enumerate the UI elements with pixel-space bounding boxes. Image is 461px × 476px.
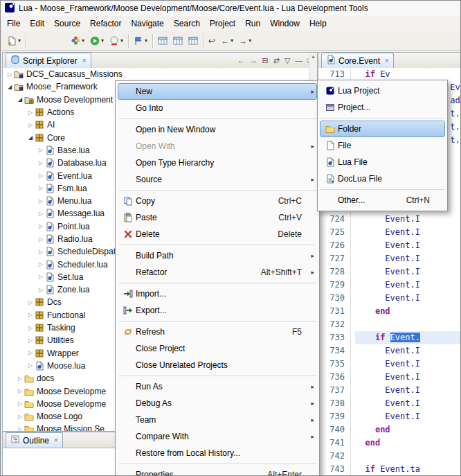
- link-with-editor-button[interactable]: ⇄: [273, 57, 280, 64]
- expander-collapsed-icon[interactable]: ▷: [37, 160, 45, 166]
- minimize-button[interactable]: —: [295, 57, 302, 64]
- expander-collapsed-icon[interactable]: ▷: [37, 249, 45, 255]
- context-menu-item-copy[interactable]: CopyCtrl+C: [118, 193, 317, 209]
- context-menu-item-compare-with[interactable]: Compare With▸: [118, 428, 317, 445]
- expander-collapsed-icon[interactable]: ▷: [26, 109, 35, 116]
- expander-collapsed-icon[interactable]: ▷: [16, 376, 24, 382]
- tab-core-event[interactable]: Core.Event ×: [321, 53, 394, 68]
- view-table-button-1[interactable]: [155, 34, 170, 48]
- expander-collapsed-icon[interactable]: ▷: [37, 287, 45, 293]
- context-menu-item-delete[interactable]: DeleteDelete: [118, 226, 317, 243]
- expander-collapsed-icon[interactable]: ▷: [37, 211, 45, 217]
- context-menu-item-open-type-hierarchy[interactable]: Open Type Hierarchy: [118, 155, 317, 171]
- context-menu-item-new[interactable]: New▸: [118, 83, 317, 100]
- expander-collapsed-icon[interactable]: ▷: [26, 337, 35, 344]
- expander-collapsed-icon[interactable]: ▷: [26, 350, 35, 356]
- dropdown-arrow-icon[interactable]: ▾: [101, 37, 104, 44]
- expander-collapsed-icon[interactable]: ▷: [26, 312, 35, 318]
- code-line-725[interactable]: 725 Event.I: [318, 226, 461, 239]
- run-button[interactable]: ▾: [87, 34, 107, 48]
- expander-collapsed-icon[interactable]: ▷: [16, 400, 24, 407]
- dropdown-arrow-icon[interactable]: ▾: [120, 37, 123, 44]
- dropdown-arrow-icon[interactable]: ▾: [18, 37, 21, 44]
- code-line-737[interactable]: 737 Event.I: [318, 384, 461, 397]
- expander-collapsed-icon[interactable]: ▷: [26, 299, 35, 306]
- code-line-732[interactable]: 732: [318, 318, 461, 331]
- code-line-731[interactable]: 731 end: [318, 305, 461, 318]
- context-menu-item-build-path[interactable]: Build Path▸: [118, 247, 317, 264]
- code-line-733[interactable]: 733 if Event.: [318, 331, 461, 344]
- tab-outline[interactable]: Outline ×: [6, 432, 63, 448]
- run-last-tool-button[interactable]: ▾: [131, 34, 150, 48]
- menu-edit[interactable]: Edit: [25, 17, 49, 30]
- expander-collapsed-icon[interactable]: ▷: [37, 185, 45, 191]
- debug-button[interactable]: ▾: [69, 34, 87, 47]
- context-menu-item-open-in-new-window[interactable]: Open in New Window: [118, 121, 317, 138]
- coverage-button[interactable]: ▾: [107, 34, 126, 48]
- context-menu-item-restore-from-local-history[interactable]: Restore from Local History...: [118, 445, 317, 461]
- menu-run[interactable]: Run: [240, 17, 265, 30]
- expander-expanded-icon[interactable]: ◢: [6, 84, 14, 90]
- expander-collapsed-icon[interactable]: ▷: [26, 325, 35, 331]
- menu-navigate[interactable]: Navigate: [126, 17, 168, 30]
- scroll-up-icon[interactable]: ▲: [309, 53, 317, 60]
- last-edit-location-button[interactable]: ↩: [206, 34, 218, 48]
- expander-expanded-icon[interactable]: ◢: [26, 134, 35, 141]
- code-line-734[interactable]: 734 Event.I: [318, 344, 461, 358]
- menu-source[interactable]: Source: [49, 17, 85, 30]
- context-menu-item-refresh[interactable]: RefreshF5: [118, 324, 317, 340]
- code-line-739[interactable]: 739 Event.I: [318, 410, 461, 423]
- collapse-all-button[interactable]: ⊟: [262, 57, 268, 64]
- view-table-button-3[interactable]: [186, 34, 201, 48]
- expander-collapsed-icon[interactable]: ▷: [26, 122, 35, 128]
- code-line-729[interactable]: 729 Event.I: [318, 279, 461, 292]
- code-line-738[interactable]: 738 Event.I: [318, 397, 461, 410]
- back-button[interactable]: ←: [237, 57, 244, 64]
- context-menu-item-paste[interactable]: PasteCtrl+V: [118, 209, 317, 226]
- code-line-724[interactable]: 724 Event.I: [318, 213, 461, 226]
- context-menu-item-refactor[interactable]: RefactorAlt+Shift+T▸: [118, 264, 317, 281]
- back-button[interactable]: ←▾: [218, 34, 236, 48]
- context-menu-item-close-project[interactable]: Close Project: [118, 340, 317, 357]
- submenu-item-file[interactable]: File: [320, 137, 445, 154]
- submenu-item-folder[interactable]: Folder: [320, 121, 445, 137]
- context-menu-item-go-into[interactable]: Go Into: [118, 100, 317, 116]
- tree-item-dcs-caucasus-missions[interactable]: ▷DCS_Caucasus_Missions: [3, 68, 317, 80]
- code-line-742[interactable]: 742: [318, 450, 461, 463]
- expander-collapsed-icon[interactable]: ▷: [37, 198, 45, 204]
- code-line-740[interactable]: 740 end: [318, 423, 461, 437]
- menu-help[interactable]: Help: [305, 17, 332, 30]
- context-menu-item-properties[interactable]: PropertiesAlt+Enter: [118, 466, 317, 476]
- forward-button[interactable]: →▾: [236, 34, 254, 48]
- context-menu-item-source[interactable]: Source▸: [118, 171, 317, 188]
- context-menu-item-export[interactable]: Export...: [118, 302, 317, 319]
- close-icon[interactable]: ×: [385, 57, 389, 64]
- code-line-730[interactable]: 730 Event.I: [318, 292, 461, 305]
- expander-collapsed-icon[interactable]: ▷: [37, 274, 45, 280]
- context-menu-item-close-unrelated-projects[interactable]: Close Unrelated Projects: [118, 357, 317, 373]
- code-line-726[interactable]: 726 Event.I: [318, 239, 461, 252]
- expander-collapsed-icon[interactable]: ▷: [16, 388, 24, 394]
- menu-search[interactable]: Search: [169, 17, 205, 30]
- menu-file[interactable]: File: [2, 17, 25, 30]
- expander-collapsed-icon[interactable]: ▷: [16, 426, 24, 431]
- expander-collapsed-icon[interactable]: ▷: [37, 236, 45, 243]
- text-selection[interactable]: Event.: [390, 333, 420, 342]
- context-menu-item-team[interactable]: Team▸: [118, 412, 317, 428]
- expander-collapsed-icon[interactable]: ▷: [37, 223, 45, 229]
- new-wizard-button[interactable]: ▾: [4, 34, 24, 48]
- submenu-item-lua-project[interactable]: Lua Project: [320, 82, 445, 99]
- expander-collapsed-icon[interactable]: ▷: [37, 261, 45, 267]
- dropdown-arrow-icon[interactable]: ▾: [82, 37, 84, 44]
- tab-script-explorer[interactable]: Script Explorer ×: [6, 53, 91, 68]
- code-line-736[interactable]: 736 Event.I: [318, 371, 461, 384]
- dropdown-arrow-icon[interactable]: ▾: [145, 37, 147, 44]
- expander-expanded-icon[interactable]: ◢: [16, 96, 24, 103]
- code-line-727[interactable]: 727 Event.I: [318, 252, 461, 265]
- close-icon[interactable]: ×: [54, 437, 58, 444]
- dropdown-arrow-icon[interactable]: ▾: [230, 37, 233, 44]
- menu-project[interactable]: Project: [205, 17, 240, 30]
- dropdown-arrow-icon[interactable]: ▾: [248, 37, 251, 44]
- code-line-728[interactable]: 728 Event.I: [318, 265, 461, 279]
- context-menu-item-import[interactable]: Import...: [118, 285, 317, 302]
